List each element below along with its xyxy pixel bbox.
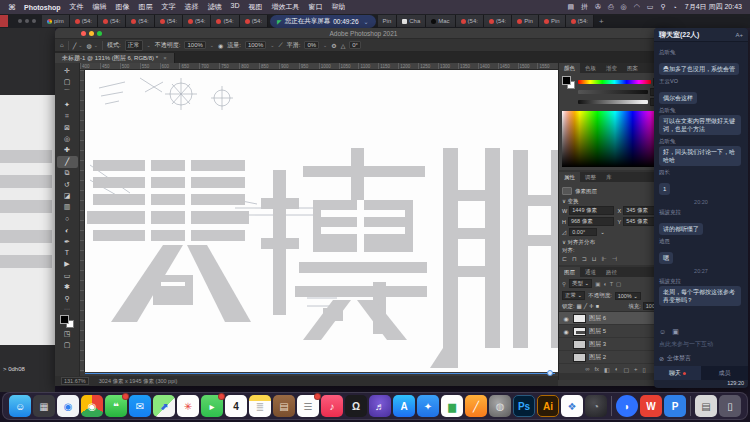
smoothing-gear-icon[interactable]: ⚙ — [331, 42, 336, 49]
align-left-icon[interactable]: ⊏ — [562, 255, 567, 262]
menu-item[interactable]: 滤镜 — [208, 2, 222, 12]
layer-mask-icon[interactable]: ◧ — [604, 366, 610, 373]
layer-name[interactable]: 图层 2 — [589, 353, 606, 362]
height-input[interactable]: 968 像素 — [568, 217, 614, 226]
dock-garageband[interactable]: ♬ — [369, 395, 391, 417]
lock-pixels-icon[interactable]: ╱ — [584, 303, 587, 309]
browser-tab[interactable]: (54: — [183, 15, 211, 27]
dock-headphones-app[interactable]: Ω — [345, 395, 367, 417]
foreground-color-swatch[interactable] — [60, 315, 69, 324]
dock-illustrator[interactable]: Ai — [537, 395, 559, 417]
dock-colorsync-app[interactable]: ❖ — [561, 395, 583, 417]
app-menu-title[interactable]: Photoshop — [24, 4, 61, 11]
width-input[interactable]: 1449 像素 — [569, 206, 613, 215]
opacity-input[interactable]: 100% — [184, 41, 205, 49]
emoji-icon[interactable]: ☺ — [659, 328, 666, 336]
zoom-level-input[interactable]: 131.67% — [61, 377, 89, 385]
browser-tab[interactable]: (54: — [484, 15, 512, 27]
dock-finder[interactable]: ☺ — [9, 395, 31, 417]
menu-item[interactable]: 编辑 — [93, 2, 107, 12]
history-brush-tool[interactable]: ↺ — [57, 179, 78, 190]
spotlight-icon[interactable]: ⚲ — [660, 3, 665, 11]
new-layer-icon[interactable]: + — [634, 366, 638, 373]
layer-name[interactable]: 图层 5 — [589, 327, 606, 336]
menu-item[interactable]: 选择 — [185, 2, 199, 12]
layers-panel-tab[interactable]: 图层 — [559, 267, 580, 277]
link-layers-icon[interactable]: ∞ — [585, 366, 589, 373]
close-document-icon[interactable]: × — [163, 55, 167, 61]
menu-item[interactable]: 增效工具 — [272, 2, 300, 12]
pen-tool[interactable]: ✒ — [57, 236, 78, 247]
flow-input[interactable]: 100% — [245, 41, 266, 49]
browser-tab[interactable]: pim — [42, 15, 70, 27]
color-spectrum[interactable] — [562, 111, 668, 167]
gradient-tool[interactable]: ▥ — [57, 202, 78, 213]
dock-p-editor-app[interactable]: P — [664, 395, 686, 417]
menu-item[interactable]: 3D — [231, 2, 240, 12]
camera-status-icon[interactable]: ⎙ — [608, 3, 614, 11]
chat-tab-聊天[interactable]: 聊天 — [654, 366, 701, 380]
hand-tool[interactable]: ✱ — [57, 281, 78, 292]
type-tool[interactable]: T — [57, 247, 78, 258]
shape-tool[interactable]: ▭ — [57, 270, 78, 281]
lock-transparency-icon[interactable]: ▦ — [577, 303, 582, 309]
document-tab[interactable]: 未标题-1 @ 131% (图层 6, RGB/8) * × — [55, 53, 175, 63]
rotation-input[interactable]: 0.00° — [569, 228, 597, 236]
dock-facetime[interactable]: ▸ — [201, 395, 223, 417]
wifi-icon[interactable]: ◠ — [634, 3, 640, 11]
screen-share-pill[interactable]: ◤ 您正在共享屏幕 00:49:26 ⌄ — [270, 15, 375, 28]
path-select-tool[interactable]: ▶ — [57, 259, 78, 270]
dock-music[interactable]: ♪ — [321, 395, 343, 417]
menu-item[interactable]: 视图 — [249, 2, 263, 12]
pressure-opacity-icon[interactable]: ◉ — [218, 42, 223, 49]
horizontal-ruler[interactable]: 4004505005506006507007508008509009501000… — [80, 63, 558, 70]
lock-all-icon[interactable]: ■ — [596, 303, 599, 309]
align-center-h-icon[interactable]: ⊓ — [572, 255, 577, 262]
quick-mask-icon[interactable]: ◳ — [57, 328, 78, 339]
layer-visibility-eye-icon[interactable]: ◉ — [562, 328, 570, 335]
dock-messages[interactable]: ❝ — [105, 395, 127, 417]
tag-icon[interactable]: ✇ — [595, 3, 601, 11]
home-icon[interactable]: ⌂ — [60, 42, 64, 48]
filter-shape-icon[interactable]: ▢ — [616, 281, 621, 287]
menu-item[interactable]: 图层 — [139, 2, 153, 12]
image-upload-icon[interactable]: ▣ — [672, 328, 679, 336]
notes-status-icon[interactable]: ▤ — [567, 3, 574, 11]
apple-menu-icon[interactable]: ⌘ — [8, 3, 16, 12]
menubar-clock[interactable]: 7月4日 周四 20:43 — [685, 2, 742, 12]
dock-launchpad[interactable]: ▦ — [33, 395, 55, 417]
blur-tool[interactable]: ○ — [57, 213, 78, 224]
user-status-icon[interactable]: ◔ — [673, 4, 677, 11]
align-right-icon[interactable]: ⊐ — [582, 255, 587, 262]
transform-section-header[interactable]: ∨ 变换 — [562, 198, 669, 205]
dock-photos[interactable]: ✳ — [177, 395, 199, 417]
lasso-tool[interactable]: ⌒ — [57, 88, 78, 99]
airbrush-icon[interactable]: ⟋ — [279, 42, 283, 49]
screen-mode-icon[interactable]: ▢ — [57, 340, 78, 351]
dock-app-store[interactable]: A — [393, 395, 415, 417]
browser-tab[interactable]: (54: — [456, 15, 484, 27]
dock-wps[interactable]: W — [640, 395, 662, 417]
adjustment-layer-icon[interactable]: ◐ — [615, 366, 619, 373]
dock-measure-app[interactable]: ╱ — [465, 395, 487, 417]
dodge-tool[interactable]: ◐ — [57, 224, 78, 235]
menu-item[interactable]: 图像 — [116, 2, 130, 12]
smoothing-input[interactable]: 0% — [304, 41, 319, 49]
layer-visibility-eye-icon[interactable]: ◉ — [562, 315, 570, 322]
brush-settings-toggle[interactable]: ◍⌄ — [86, 42, 97, 49]
chevron-down-icon[interactable]: ⌄ — [364, 18, 369, 25]
filter-pixel-icon[interactable]: ▣ — [595, 281, 600, 287]
dock-chrome[interactable]: ◉ — [81, 395, 103, 417]
menu-item[interactable]: 文件 — [70, 2, 84, 12]
align-section-header[interactable]: ∨ 对齐并分布 — [562, 239, 669, 246]
browser-tab[interactable]: Pin — [539, 15, 566, 27]
delete-layer-icon[interactable]: ▯ — [643, 366, 646, 373]
mute-all-toggle[interactable]: ⊘ 全体禁言 — [659, 354, 691, 363]
blend-mode-select[interactable]: 正常 ⌄ — [562, 291, 585, 300]
crop-tool[interactable]: ⌗ — [57, 111, 78, 122]
brush-angle-input[interactable]: 0° — [349, 41, 361, 49]
color-swatches[interactable] — [562, 76, 575, 89]
battery-icon[interactable]: ▭ — [647, 3, 654, 11]
layer-name[interactable]: 图层 6 — [589, 314, 606, 323]
align-bottom-icon[interactable]: ⊣ — [612, 255, 617, 262]
